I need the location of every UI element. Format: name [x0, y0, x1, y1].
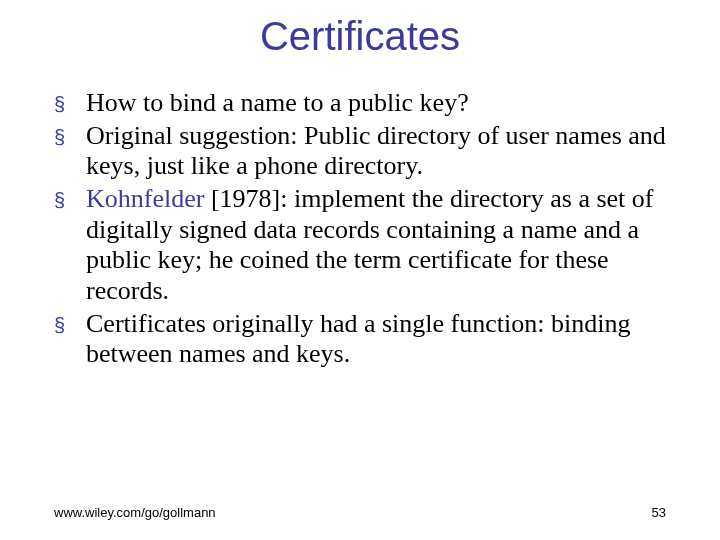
list-item: § Certificates originally had a single f…	[54, 309, 666, 370]
bullet-text: Kohnfelder [1978]: implement the directo…	[86, 184, 666, 307]
bullet-text: How to bind a name to a public key?	[86, 88, 666, 119]
slide-body: § How to bind a name to a public key? § …	[54, 88, 666, 372]
bullet-icon: §	[54, 121, 86, 150]
list-item: § How to bind a name to a public key?	[54, 88, 666, 119]
bullet-icon: §	[54, 184, 86, 213]
footer-page-number: 53	[652, 505, 666, 520]
slide-title: Certificates	[0, 14, 720, 59]
list-item: § Kohnfelder [1978]: implement the direc…	[54, 184, 666, 307]
list-item: § Original suggestion: Public directory …	[54, 121, 666, 182]
bullet-icon: §	[54, 309, 86, 338]
bullet-text: Original suggestion: Public directory of…	[86, 121, 666, 182]
bullet-text: Certificates originally had a single fun…	[86, 309, 666, 370]
footer-url: www.wiley.com/go/gollmann	[54, 505, 216, 520]
highlight-name: Kohnfelder	[86, 184, 204, 213]
bullet-icon: §	[54, 88, 86, 117]
slide: Certificates § How to bind a name to a p…	[0, 0, 720, 540]
